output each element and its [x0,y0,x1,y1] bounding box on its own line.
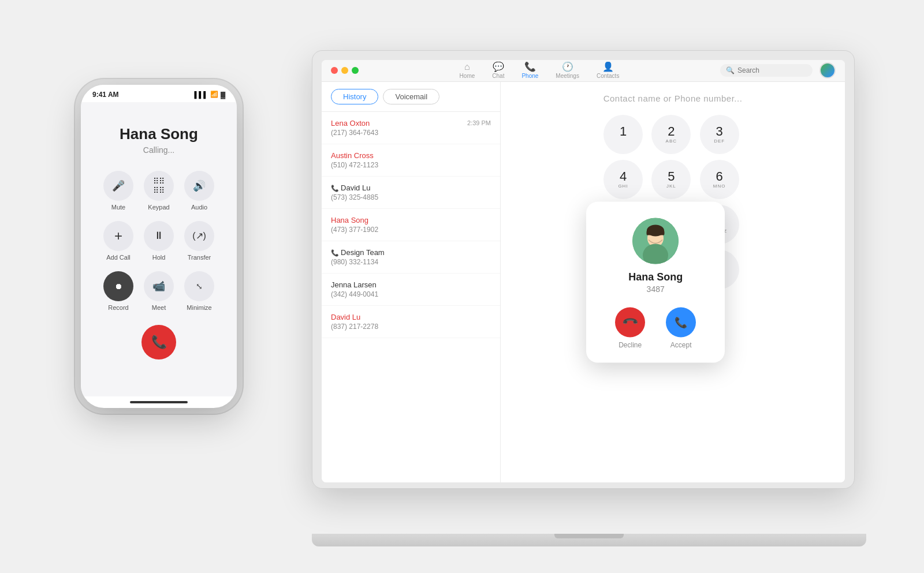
user-avatar[interactable] [819,62,836,78]
search-icon: 🔍 [726,66,735,74]
transfer-label: Transfer [188,254,211,261]
dial-key-4[interactable]: 4 GHI [603,160,643,199]
phone-number-input[interactable]: Contact name or Phone number... [603,93,743,103]
call-number: (980) 332-1134 [331,258,491,266]
audio-button[interactable]: 🔊 [184,171,214,201]
phone-screen: Hana Song Calling... 🎤 Mute ⠿⠿⠿⠿ Keypad … [81,102,237,396]
phone-addcall-control[interactable]: + Add Call [103,221,133,261]
mobile-device: 9:41 AM ▌▌▌ 📶 ▓ Hana Song Calling... 🎤 M… [81,85,237,408]
maximize-button[interactable] [352,67,359,74]
incoming-caller-name: Hana Song [628,271,683,283]
hold-label: Hold [152,254,166,261]
incoming-call-modal: Hana Song 3487 📞 Decline [586,201,725,362]
phone-minimize-control[interactable]: ⤡ Minimize [184,271,214,311]
meetings-nav-label: Meetings [556,73,579,79]
decline-label: Decline [619,340,642,349]
list-item[interactable]: Hana Song (473) 377-1902 [322,209,500,241]
phone-nav-label: Phone [521,73,538,79]
list-item[interactable]: Jenna Larsen (342) 449-0041 [322,274,500,306]
call-time: 2:39 PM [467,119,491,126]
call-item-header: David Lu [331,313,491,321]
phone-audio-control[interactable]: 🔊 Audio [184,171,214,211]
meet-label: Meet [152,304,166,311]
phone-keypad-control[interactable]: ⠿⠿⠿⠿ Keypad [144,171,174,211]
list-item[interactable]: Austin Cross (510) 472-1123 [322,144,500,177]
phone-transfer-control[interactable]: (↗) Transfer [184,221,214,261]
search-bar[interactable]: 🔍 [720,64,813,77]
home-icon: ⌂ [464,62,470,72]
battery-icon: ▓ [221,91,225,98]
call-number: (217) 364-7643 [331,129,491,137]
dial-key-3[interactable]: 3 DEF [700,115,739,154]
list-item[interactable]: David Lu (837) 217-2278 [322,306,500,338]
call-number: (573) 325-4885 [331,193,491,201]
hold-button[interactable]: ⏸ [144,221,174,251]
phone-meet-control[interactable]: 📹 Meet [144,271,174,311]
addcall-label: Add Call [106,254,131,261]
minimize-label: Minimize [187,304,211,311]
signal-icon: ▌▌▌ [195,91,208,98]
call-name: Jenna Larsen [331,280,377,289]
end-call-button[interactable]: 📞 [141,325,176,359]
dialpad-area: Contact name or Phone number... 1 2 ABC [501,82,845,482]
traffic-lights [331,67,359,74]
app-nav: ⌂ Home 💬 Chat 📞 Phone 🕐 [359,62,720,79]
call-list: Lena Oxton 2:39 PM (217) 364-7643 Austin… [322,112,500,482]
phone-hold-control[interactable]: ⏸ Hold [144,221,174,261]
call-number: (510) 472-1123 [331,161,491,169]
dial-key-6[interactable]: 6 MNO [700,160,739,199]
dial-key-5[interactable]: 5 JKL [651,160,691,199]
list-item[interactable]: 📞 Design Team (980) 332-1134 [322,241,500,274]
decline-action: 📞 Decline [615,307,645,349]
record-label: Record [108,304,128,311]
close-button[interactable] [331,67,338,74]
search-input[interactable] [737,66,801,74]
keypad-button[interactable]: ⠿⠿⠿⠿ [144,171,174,201]
call-item-header: 📞 David Lu [331,183,491,192]
laptop-frame: ⌂ Home 💬 Chat 📞 Phone 🕐 [312,50,855,489]
phone-controls: 🎤 Mute ⠿⠿⠿⠿ Keypad 🔊 Audio + Add Call [103,171,214,311]
record-button[interactable]: ⏺ [103,271,133,301]
call-name: 📞 Design Team [331,248,385,257]
addcall-button[interactable]: + [103,221,133,251]
incoming-caller-ext: 3487 [647,284,665,293]
home-indicator [130,401,188,403]
minimize-window-button[interactable] [341,67,348,74]
nav-phone[interactable]: 📞 Phone [521,62,538,79]
minimize-button[interactable]: ⤡ [184,271,214,301]
mute-label: Mute [111,204,125,211]
nav-chat[interactable]: 💬 Chat [492,62,504,79]
laptop-screen: ⌂ Home 💬 Chat 📞 Phone 🕐 [322,60,845,482]
call-name: 📞 David Lu [331,183,370,192]
app-titlebar: ⌂ Home 💬 Chat 📞 Phone 🕐 [322,60,845,82]
home-nav-label: Home [460,73,475,79]
accept-button[interactable]: 📞 [666,307,696,337]
tab-voicemail[interactable]: Voicemail [383,89,439,104]
transfer-button[interactable]: (↗) [184,221,214,251]
phone-mute-control[interactable]: 🎤 Mute [103,171,133,211]
nav-meetings[interactable]: 🕐 Meetings [556,62,579,79]
chat-nav-label: Chat [492,73,504,79]
call-name: Lena Oxton [331,119,370,128]
caller-avatar-image [632,218,679,264]
nav-home[interactable]: ⌂ Home [460,62,475,79]
meetings-icon: 🕐 [562,62,573,72]
tab-history[interactable]: History [331,89,378,104]
accept-label: Accept [670,340,692,349]
app-content: History Voicemail Lena Oxton 2:39 PM (21… [322,82,845,482]
nav-contacts[interactable]: 👤 Contacts [597,62,619,79]
meet-button[interactable]: 📹 [144,271,174,301]
dial-key-2[interactable]: 2 ABC [651,115,691,154]
dial-key-1[interactable]: 1 [603,115,643,154]
phone-call-status: Calling... [143,145,174,155]
call-item-header: Austin Cross [331,151,491,160]
list-item[interactable]: 📞 David Lu (573) 325-4885 [322,177,500,209]
decline-button[interactable]: 📞 [615,307,645,337]
mute-button[interactable]: 🎤 [103,171,133,201]
contacts-icon: 👤 [602,62,614,72]
list-item[interactable]: Lena Oxton 2:39 PM (217) 364-7643 [322,112,500,144]
call-name: Austin Cross [331,151,374,160]
contacts-nav-label: Contacts [597,73,619,79]
call-item-header: Lena Oxton 2:39 PM [331,119,491,128]
phone-record-control[interactable]: ⏺ Record [103,271,133,311]
